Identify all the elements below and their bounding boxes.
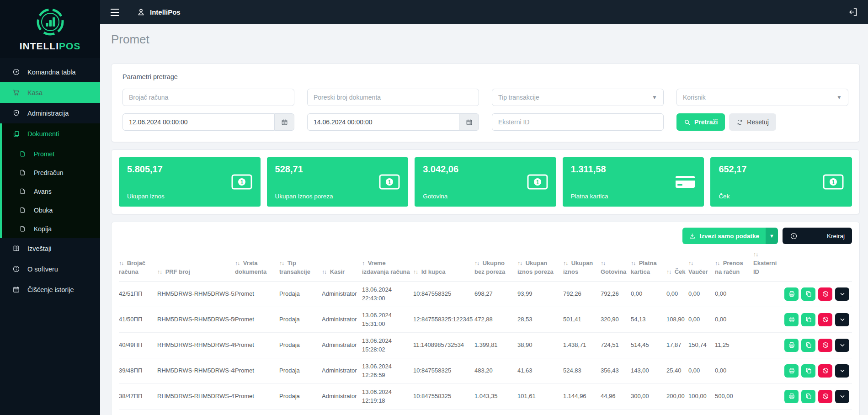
- sort-icon[interactable]: ↑↓: [119, 260, 123, 266]
- column-header-vau-er[interactable]: ↑↓ Vaučer: [688, 247, 715, 281]
- menu-toggle-icon[interactable]: [110, 8, 119, 16]
- search-button[interactable]: Pretraži: [676, 113, 725, 131]
- cell-prf-broj: RHM5DRWS-RHM5DRWS-51: [157, 281, 235, 307]
- sidebar-item-komandna-tabla[interactable]: Komandna tabla: [0, 62, 100, 82]
- cell-platna-kartica: 0,00: [631, 409, 666, 415]
- sidebar-item-promet[interactable]: Promet: [2, 144, 100, 163]
- column-header-eksterni-id[interactable]: ↑↓ Eksterni ID: [753, 247, 782, 281]
- sidebar-item-o-softveru[interactable]: O softveru: [0, 259, 100, 279]
- create-button[interactable]: Kreiraj: [783, 228, 852, 244]
- stat-value: 652,17: [719, 164, 844, 175]
- user-menu[interactable]: IntelliPos: [137, 8, 181, 16]
- column-header-vreme-izdavanja-ra-una[interactable]: ↑ Vreme izdavanja računa: [362, 247, 413, 281]
- brand-logo[interactable]: INTELLIPOS: [0, 0, 100, 58]
- sidebar-item-avans[interactable]: Avans: [2, 182, 100, 201]
- sort-icon[interactable]: ↑↓: [322, 269, 326, 275]
- date-from-input[interactable]: [122, 113, 274, 131]
- copy-icon: [805, 316, 812, 323]
- documents-table-panel: Izvezi samo podatke ▼ Kreiraj ↑↓ Brojač …: [111, 222, 860, 415]
- eksterni-id-input[interactable]: [492, 113, 664, 131]
- brojac-racuna-input[interactable]: [122, 89, 294, 106]
- sort-icon[interactable]: ↑↓: [715, 260, 719, 266]
- export-options-caret[interactable]: ▼: [766, 228, 778, 244]
- cell-vrsta-dokumenta: Promet: [235, 358, 279, 383]
- column-header-gotovina[interactable]: ↑↓ Gotovina: [601, 247, 631, 281]
- sort-icon[interactable]: ↑↓: [474, 260, 479, 266]
- sidebar-item-obuka[interactable]: Obuka: [2, 201, 100, 219]
- column-header-ukupan-iznos[interactable]: ↑↓ Ukupan iznos: [563, 247, 601, 281]
- printer-button[interactable]: [784, 287, 799, 301]
- cell-id-kupca: [413, 409, 474, 415]
- column-header-ukupno-bez-poreza[interactable]: ↑↓ Ukupno bez poreza: [474, 247, 517, 281]
- column-header-tip-transakcije[interactable]: ↑↓ Tip transakcije: [279, 247, 322, 281]
- tip-transakcije-select[interactable]: Tip transakcije ▼: [492, 89, 664, 106]
- column-header-prf-broj[interactable]: ↑↓ PRF broj: [157, 247, 235, 281]
- column-header-prenos-na-ra-un[interactable]: ↑↓ Prenos na račun: [715, 247, 753, 281]
- calendar-icon[interactable]: [274, 113, 294, 131]
- printer-button[interactable]: [784, 390, 799, 403]
- chevron-down-button[interactable]: [835, 287, 849, 301]
- column-header-broja-ra-una[interactable]: ↑↓ Brojač računa: [119, 247, 157, 281]
- sort-icon[interactable]: ↑↓: [753, 251, 758, 258]
- sort-icon[interactable]: ↑↓: [688, 260, 693, 266]
- cell-eksterni-id: [753, 307, 782, 332]
- copy-button[interactable]: [801, 313, 815, 326]
- sort-icon[interactable]: ↑↓: [563, 260, 568, 266]
- column-header-platna-kartica[interactable]: ↑↓ Platna kartica: [631, 247, 666, 281]
- sidebar-item-administracija[interactable]: Administracija: [0, 103, 100, 123]
- chevron-down-button[interactable]: [835, 390, 849, 403]
- copy-button[interactable]: [801, 339, 815, 352]
- copy-button[interactable]: [801, 287, 815, 301]
- intellipos-logo-icon: [36, 7, 65, 37]
- sort-icon[interactable]: ↑↓: [631, 260, 635, 266]
- poreski-broj-input[interactable]: [307, 89, 479, 106]
- column-label: Ukupno bez poreza: [474, 260, 505, 275]
- sidebar-item-dokumenti[interactable]: Dokumenti: [2, 123, 100, 144]
- cell-platna-kartica: 0,00: [631, 281, 666, 307]
- sort-icon[interactable]: ↑↓: [601, 260, 605, 266]
- sort-icon[interactable]: ↑: [362, 260, 364, 266]
- sidebar-item-izve-taji[interactable]: Izveštaji: [0, 238, 100, 259]
- sort-icon[interactable]: ↑↓: [157, 269, 162, 275]
- logout-icon[interactable]: [848, 7, 858, 17]
- sort-icon[interactable]: ↑↓: [517, 260, 522, 266]
- ban-button[interactable]: [818, 287, 832, 301]
- export-split-button[interactable]: Izvezi samo podatke ▼: [682, 228, 778, 244]
- ban-button[interactable]: [818, 364, 832, 378]
- sort-icon[interactable]: ↑↓: [279, 260, 284, 266]
- chevron-down-button[interactable]: [835, 339, 849, 352]
- copy-button[interactable]: [801, 390, 815, 403]
- sidebar-item-label: Izveštaji: [27, 245, 51, 252]
- printer-button[interactable]: [784, 364, 799, 378]
- sort-icon[interactable]: ↑↓: [235, 260, 240, 266]
- copy-icon: [805, 393, 812, 400]
- sidebar-item-i-enje-istorije[interactable]: Čišćenje istorije: [0, 279, 100, 300]
- copy-icon: [805, 367, 812, 374]
- table-row: 39/48ППRHM5DRWS-RHM5DRWS-48PrometProdaja…: [119, 358, 852, 383]
- chevron-down-button[interactable]: [835, 313, 849, 326]
- column-header-ek[interactable]: ↑↓ Ček: [666, 247, 688, 281]
- column-header-vrsta-dokumenta[interactable]: ↑↓ Vrsta dokumenta: [235, 247, 279, 281]
- copy-button[interactable]: [801, 364, 815, 378]
- sidebar-item-kopija[interactable]: Kopija: [2, 219, 100, 238]
- sort-icon[interactable]: ↑↓: [666, 269, 671, 275]
- printer-button[interactable]: [784, 339, 799, 352]
- column-header-ukupan-iznos-poreza[interactable]: ↑↓ Ukupan iznos poreza: [517, 247, 563, 281]
- column-header-id-kupca[interactable]: ↑↓ Id kupca: [413, 247, 474, 281]
- sidebar-item-kasa[interactable]: Kasa: [0, 82, 100, 103]
- sidebar-item-predra-un[interactable]: Predračun: [2, 163, 100, 182]
- cell-id-kupca: 12:847558325:122345: [413, 307, 474, 332]
- sort-icon[interactable]: ↑↓: [413, 269, 418, 275]
- ban-button[interactable]: [818, 390, 832, 403]
- cell-tip-transakcije: Prodaja: [279, 358, 322, 383]
- korisnik-select[interactable]: Korisnik ▼: [676, 89, 848, 106]
- date-to-input[interactable]: [307, 113, 459, 131]
- ban-button[interactable]: [818, 313, 832, 326]
- cell-vau-er: 100,00: [688, 383, 715, 409]
- calendar-icon[interactable]: [459, 113, 479, 131]
- chevron-down-button[interactable]: [835, 364, 849, 378]
- ban-button[interactable]: [818, 339, 832, 352]
- printer-button[interactable]: [784, 313, 799, 326]
- reset-button[interactable]: Resetuj: [729, 113, 776, 131]
- column-header-kasir[interactable]: ↑↓ Kasir: [322, 247, 362, 281]
